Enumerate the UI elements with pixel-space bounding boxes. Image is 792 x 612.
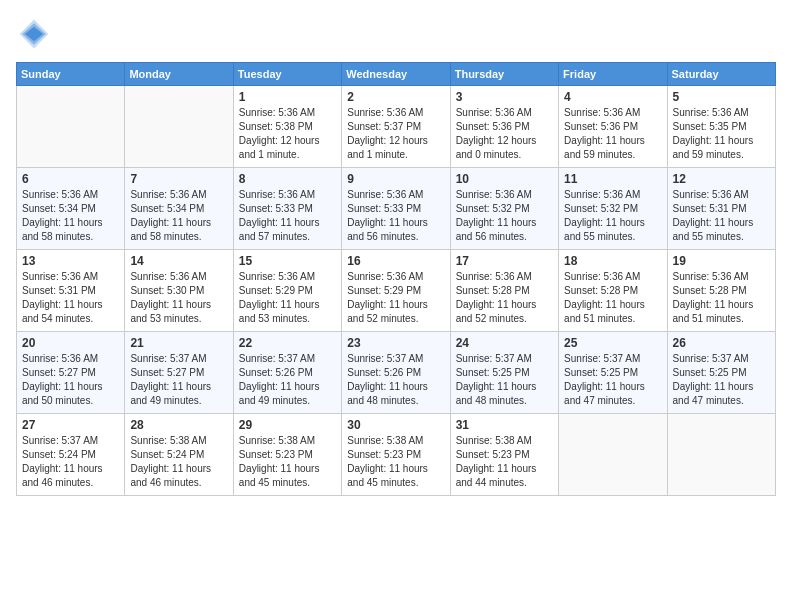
calendar-week-1: 1Sunrise: 5:36 AMSunset: 5:38 PMDaylight… [17, 86, 776, 168]
day-info: Sunrise: 5:36 AMSunset: 5:34 PMDaylight:… [22, 188, 119, 244]
day-number: 3 [456, 90, 553, 104]
day-number: 6 [22, 172, 119, 186]
day-number: 17 [456, 254, 553, 268]
day-number: 4 [564, 90, 661, 104]
logo [16, 16, 58, 52]
day-number: 24 [456, 336, 553, 350]
day-number: 8 [239, 172, 336, 186]
calendar-cell: 10Sunrise: 5:36 AMSunset: 5:32 PMDayligh… [450, 168, 558, 250]
day-info: Sunrise: 5:38 AMSunset: 5:23 PMDaylight:… [456, 434, 553, 490]
calendar-cell: 29Sunrise: 5:38 AMSunset: 5:23 PMDayligh… [233, 414, 341, 496]
calendar-cell: 16Sunrise: 5:36 AMSunset: 5:29 PMDayligh… [342, 250, 450, 332]
day-info: Sunrise: 5:37 AMSunset: 5:25 PMDaylight:… [673, 352, 770, 408]
calendar-cell: 27Sunrise: 5:37 AMSunset: 5:24 PMDayligh… [17, 414, 125, 496]
calendar-cell: 19Sunrise: 5:36 AMSunset: 5:28 PMDayligh… [667, 250, 775, 332]
header-row: Sunday Monday Tuesday Wednesday Thursday… [17, 63, 776, 86]
day-number: 21 [130, 336, 227, 350]
day-number: 15 [239, 254, 336, 268]
day-number: 9 [347, 172, 444, 186]
day-number: 19 [673, 254, 770, 268]
day-number: 27 [22, 418, 119, 432]
calendar-cell: 1Sunrise: 5:36 AMSunset: 5:38 PMDaylight… [233, 86, 341, 168]
day-number: 18 [564, 254, 661, 268]
day-number: 25 [564, 336, 661, 350]
day-number: 7 [130, 172, 227, 186]
day-info: Sunrise: 5:37 AMSunset: 5:24 PMDaylight:… [22, 434, 119, 490]
calendar-cell: 23Sunrise: 5:37 AMSunset: 5:26 PMDayligh… [342, 332, 450, 414]
day-number: 30 [347, 418, 444, 432]
day-info: Sunrise: 5:36 AMSunset: 5:31 PMDaylight:… [673, 188, 770, 244]
day-number: 14 [130, 254, 227, 268]
calendar-cell: 21Sunrise: 5:37 AMSunset: 5:27 PMDayligh… [125, 332, 233, 414]
col-sunday: Sunday [17, 63, 125, 86]
day-number: 31 [456, 418, 553, 432]
day-info: Sunrise: 5:36 AMSunset: 5:33 PMDaylight:… [347, 188, 444, 244]
day-info: Sunrise: 5:36 AMSunset: 5:28 PMDaylight:… [673, 270, 770, 326]
calendar-cell: 8Sunrise: 5:36 AMSunset: 5:33 PMDaylight… [233, 168, 341, 250]
calendar-cell: 24Sunrise: 5:37 AMSunset: 5:25 PMDayligh… [450, 332, 558, 414]
day-number: 28 [130, 418, 227, 432]
calendar-cell: 9Sunrise: 5:36 AMSunset: 5:33 PMDaylight… [342, 168, 450, 250]
day-info: Sunrise: 5:36 AMSunset: 5:28 PMDaylight:… [564, 270, 661, 326]
day-info: Sunrise: 5:38 AMSunset: 5:23 PMDaylight:… [239, 434, 336, 490]
calendar-week-3: 13Sunrise: 5:36 AMSunset: 5:31 PMDayligh… [17, 250, 776, 332]
col-wednesday: Wednesday [342, 63, 450, 86]
day-info: Sunrise: 5:36 AMSunset: 5:29 PMDaylight:… [239, 270, 336, 326]
calendar-cell: 14Sunrise: 5:36 AMSunset: 5:30 PMDayligh… [125, 250, 233, 332]
calendar-cell: 11Sunrise: 5:36 AMSunset: 5:32 PMDayligh… [559, 168, 667, 250]
day-number: 13 [22, 254, 119, 268]
calendar-week-5: 27Sunrise: 5:37 AMSunset: 5:24 PMDayligh… [17, 414, 776, 496]
day-info: Sunrise: 5:36 AMSunset: 5:32 PMDaylight:… [564, 188, 661, 244]
day-info: Sunrise: 5:36 AMSunset: 5:29 PMDaylight:… [347, 270, 444, 326]
calendar-cell: 13Sunrise: 5:36 AMSunset: 5:31 PMDayligh… [17, 250, 125, 332]
day-info: Sunrise: 5:36 AMSunset: 5:36 PMDaylight:… [564, 106, 661, 162]
calendar-cell: 25Sunrise: 5:37 AMSunset: 5:25 PMDayligh… [559, 332, 667, 414]
day-info: Sunrise: 5:36 AMSunset: 5:28 PMDaylight:… [456, 270, 553, 326]
calendar-cell: 17Sunrise: 5:36 AMSunset: 5:28 PMDayligh… [450, 250, 558, 332]
col-saturday: Saturday [667, 63, 775, 86]
calendar-cell: 6Sunrise: 5:36 AMSunset: 5:34 PMDaylight… [17, 168, 125, 250]
calendar-cell: 20Sunrise: 5:36 AMSunset: 5:27 PMDayligh… [17, 332, 125, 414]
page-header [16, 16, 776, 52]
calendar-cell: 30Sunrise: 5:38 AMSunset: 5:23 PMDayligh… [342, 414, 450, 496]
calendar-cell [17, 86, 125, 168]
calendar-week-2: 6Sunrise: 5:36 AMSunset: 5:34 PMDaylight… [17, 168, 776, 250]
day-info: Sunrise: 5:36 AMSunset: 5:33 PMDaylight:… [239, 188, 336, 244]
day-info: Sunrise: 5:36 AMSunset: 5:36 PMDaylight:… [456, 106, 553, 162]
calendar-cell: 15Sunrise: 5:36 AMSunset: 5:29 PMDayligh… [233, 250, 341, 332]
day-info: Sunrise: 5:36 AMSunset: 5:37 PMDaylight:… [347, 106, 444, 162]
day-info: Sunrise: 5:36 AMSunset: 5:32 PMDaylight:… [456, 188, 553, 244]
day-info: Sunrise: 5:38 AMSunset: 5:24 PMDaylight:… [130, 434, 227, 490]
calendar-cell: 12Sunrise: 5:36 AMSunset: 5:31 PMDayligh… [667, 168, 775, 250]
day-info: Sunrise: 5:36 AMSunset: 5:30 PMDaylight:… [130, 270, 227, 326]
day-number: 1 [239, 90, 336, 104]
day-info: Sunrise: 5:37 AMSunset: 5:26 PMDaylight:… [239, 352, 336, 408]
calendar-table: Sunday Monday Tuesday Wednesday Thursday… [16, 62, 776, 496]
day-info: Sunrise: 5:36 AMSunset: 5:31 PMDaylight:… [22, 270, 119, 326]
calendar-cell [667, 414, 775, 496]
day-number: 20 [22, 336, 119, 350]
day-number: 10 [456, 172, 553, 186]
day-number: 26 [673, 336, 770, 350]
day-info: Sunrise: 5:37 AMSunset: 5:26 PMDaylight:… [347, 352, 444, 408]
calendar-cell: 18Sunrise: 5:36 AMSunset: 5:28 PMDayligh… [559, 250, 667, 332]
day-number: 12 [673, 172, 770, 186]
day-info: Sunrise: 5:38 AMSunset: 5:23 PMDaylight:… [347, 434, 444, 490]
calendar-cell: 31Sunrise: 5:38 AMSunset: 5:23 PMDayligh… [450, 414, 558, 496]
logo-icon [16, 16, 52, 52]
calendar-cell: 3Sunrise: 5:36 AMSunset: 5:36 PMDaylight… [450, 86, 558, 168]
calendar-cell [559, 414, 667, 496]
calendar-cell: 7Sunrise: 5:36 AMSunset: 5:34 PMDaylight… [125, 168, 233, 250]
day-info: Sunrise: 5:36 AMSunset: 5:34 PMDaylight:… [130, 188, 227, 244]
day-number: 29 [239, 418, 336, 432]
col-thursday: Thursday [450, 63, 558, 86]
day-number: 11 [564, 172, 661, 186]
calendar-cell: 26Sunrise: 5:37 AMSunset: 5:25 PMDayligh… [667, 332, 775, 414]
day-number: 22 [239, 336, 336, 350]
day-number: 2 [347, 90, 444, 104]
calendar-cell: 5Sunrise: 5:36 AMSunset: 5:35 PMDaylight… [667, 86, 775, 168]
day-number: 5 [673, 90, 770, 104]
calendar-week-4: 20Sunrise: 5:36 AMSunset: 5:27 PMDayligh… [17, 332, 776, 414]
col-tuesday: Tuesday [233, 63, 341, 86]
day-number: 23 [347, 336, 444, 350]
